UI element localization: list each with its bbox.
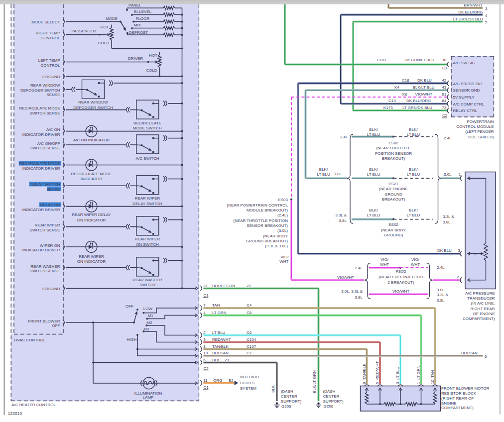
svg-text:RIGHT TEMP: RIGHT TEMP (35, 31, 60, 35)
svg-text:7: 7 (203, 303, 206, 308)
svg-text:BLK/: BLK/ (409, 127, 418, 132)
svg-text:G206: G206 (281, 404, 291, 409)
svg-text:3.8L: 3.8L (339, 218, 347, 223)
svg-text:LAMP: LAMP (143, 395, 154, 400)
svg-text:LT GRN/DK BLU: LT GRN/DK BLU (402, 106, 432, 110)
svg-text:A/C SW SIG: A/C SW SIG (453, 61, 475, 65)
svg-text:SWITCH SENSE: SWITCH SENSE (30, 269, 60, 273)
svg-text:BREAKOUT): BREAKOUT) (382, 156, 405, 161)
svg-text:MODE: MODE (106, 16, 118, 21)
svg-text:3: 3 (203, 337, 206, 342)
svg-text:73: 73 (442, 106, 446, 110)
svg-text:DK BLU: DK BLU (417, 78, 432, 83)
svg-text:RELAY CTRL: RELAY CTRL (453, 108, 478, 113)
svg-text:42: 42 (442, 78, 446, 83)
svg-text:DK GRN/LT BLU: DK GRN/LT BLU (404, 58, 434, 62)
svg-text:3.0L, 3.3L &: 3.0L, 3.3L & (341, 289, 363, 294)
svg-text:OFF: OFF (52, 323, 60, 328)
svg-text:LT BLU: LT BLU (407, 213, 420, 217)
svg-text:REAR WIPER: REAR WIPER (135, 237, 160, 241)
svg-text:C7: C7 (247, 351, 252, 355)
svg-text:OF ENGINE: OF ENGINE (473, 312, 495, 316)
svg-text:(NEAR THROTTLE: (NEAR THROTTLE (376, 146, 410, 150)
svg-text:LT BLU: LT BLU (367, 213, 380, 217)
svg-text:K6: K6 (402, 92, 407, 97)
svg-text:VIO/WHT: VIO/WHT (337, 275, 354, 280)
svg-text:HOT: HOT (101, 25, 109, 29)
svg-text:HVAC CONTROL: HVAC CONTROL (14, 338, 46, 342)
svg-text:INDICATOR DRIVER: INDICATOR DRIVER (22, 208, 60, 212)
svg-text:1 LT GRN: 1 LT GRN (416, 365, 421, 384)
svg-text:SENSOR BREAKOUT): SENSOR BREAKOUT) (247, 223, 288, 228)
svg-text:38: 38 (442, 58, 446, 62)
svg-text:BLK: BLK (271, 385, 275, 393)
svg-text:DEFOGGER SWITCH: DEFOGGER SWITCH (73, 106, 113, 110)
svg-text:6: 6 (203, 358, 206, 362)
svg-text:A/C ON: A/C ON (46, 127, 60, 132)
svg-text:21: 21 (203, 284, 208, 288)
svg-text:4: 4 (203, 311, 206, 315)
svg-text:SENSOR GND: SENSOR GND (453, 88, 480, 93)
svg-text:REAR WIPER: REAR WIPER (135, 196, 160, 201)
svg-text:DK BLU/ORG: DK BLU/ORG (406, 99, 431, 103)
svg-text:1: 1 (459, 172, 461, 177)
svg-text:BLK/TAN: BLK/TAN (212, 351, 229, 355)
svg-text:(3.3L & 3.8L): (3.3L & 3.8L) (265, 244, 288, 248)
svg-text:2: 2 (457, 275, 459, 279)
svg-text:8: 8 (203, 344, 206, 349)
svg-text:C1: C1 (442, 66, 448, 70)
svg-text:DELAY SWITCH: DELAY SWITCH (132, 202, 162, 206)
svg-text:FRONT BLOWER MOTOR: FRONT BLOWER MOTOR (441, 386, 489, 391)
svg-text:RECIRCULATE MODE: RECIRCULATE MODE (19, 161, 60, 166)
svg-text:FSO2: FSO2 (396, 269, 406, 274)
svg-text:VIO/WHT: VIO/WHT (392, 289, 409, 294)
svg-text:REAR WASHER: REAR WASHER (132, 278, 162, 282)
svg-text:GROUND: GROUND (42, 287, 60, 291)
svg-text:ENGINE: ENGINE (441, 401, 457, 406)
svg-text:WHT: WHT (279, 259, 288, 264)
svg-text:2.4L: 2.4L (340, 135, 348, 139)
svg-text:3: 3 (485, 6, 488, 11)
svg-text:SWITCH: SWITCH (139, 283, 155, 287)
svg-text:MODE SELECT: MODE SELECT (31, 20, 60, 24)
svg-text:RIGHT REAR: RIGHT REAR (470, 307, 495, 311)
svg-text:C104: C104 (247, 337, 256, 342)
svg-text:C107: C107 (247, 344, 256, 349)
svg-text:11: 11 (203, 378, 208, 383)
svg-text:DEFROST: DEFROST (129, 30, 148, 35)
svg-text:K173: K173 (383, 106, 393, 110)
svg-text:BLK/TAN: BLK/TAN (461, 351, 478, 355)
svg-text:M3: M3 (143, 327, 149, 331)
svg-text:VIO/WHT: VIO/WHT (415, 92, 432, 97)
svg-text:ORG: ORG (213, 378, 222, 383)
svg-text:SENSE: SENSE (46, 187, 60, 192)
svg-text:BREAKOUT): BREAKOUT) (382, 197, 405, 202)
svg-text:CONTROL MODULE: CONTROL MODULE (456, 124, 494, 129)
svg-text:RED/WHT: RED/WHT (212, 337, 231, 342)
svg-text:WHT: WHT (380, 262, 389, 267)
svg-text:MODE SWITCH: MODE SWITCH (133, 126, 162, 130)
svg-text:SWITCH SENSE: SWITCH SENSE (30, 228, 60, 232)
svg-text:C1: C1 (204, 293, 209, 298)
svg-text:ON INDICATOR: ON INDICATOR (77, 218, 106, 222)
svg-text:(DASH: (DASH (281, 389, 293, 394)
svg-text:6 TAN/BLK: 6 TAN/BLK (362, 363, 367, 384)
svg-text:C103: C103 (377, 58, 386, 62)
svg-text:BI-LEVEL: BI-LEVEL (134, 9, 152, 14)
svg-text:LEFT TEMP: LEFT TEMP (38, 58, 60, 63)
svg-text:4: 4 (485, 13, 488, 18)
svg-text:FRONT BLOWER: FRONT BLOWER (28, 319, 60, 323)
svg-text:DELAY ON: DELAY ON (40, 203, 60, 207)
svg-text:LT GRN/DK BLU: LT GRN/DK BLU (453, 17, 483, 21)
svg-text:SWITCH SENSE: SWITCH SENSE (30, 146, 60, 150)
svg-text:ES03: ES03 (278, 198, 288, 202)
svg-text:POWERTRAIN: POWERTRAIN (467, 119, 494, 124)
svg-text:TAN: TAN (212, 303, 220, 308)
svg-text:E2: E2 (229, 378, 234, 383)
svg-text:WHT: WHT (411, 262, 420, 267)
svg-text:Z1: Z1 (225, 358, 230, 362)
svg-text:REAR WINDOW: REAR WINDOW (78, 100, 108, 105)
svg-text:3.3L &: 3.3L & (335, 213, 347, 217)
svg-text:3.0L,: 3.0L, (437, 288, 446, 292)
svg-text:DEFOGGER SWITCH: DEFOGGER SWITCH (20, 88, 60, 93)
